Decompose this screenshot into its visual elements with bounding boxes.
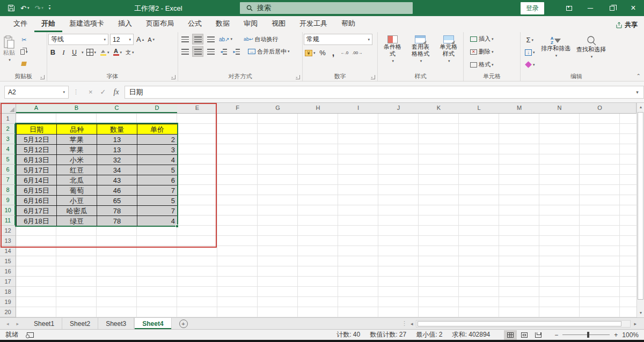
delete-cells-button[interactable]: 删除▾ [469, 47, 495, 57]
cell-C7[interactable]: 43 [97, 175, 137, 185]
cancel-entry-icon[interactable]: × [89, 88, 93, 96]
italic-button[interactable]: I [59, 47, 68, 57]
ribbon-tab-开发工具[interactable]: 开发工具 [292, 16, 334, 32]
cell-A10[interactable]: 6月17日 [16, 205, 57, 216]
column-header-C[interactable]: C [97, 103, 137, 114]
font-dialog-launcher-icon[interactable] [171, 75, 175, 79]
undo-icon[interactable]: ↶▾ [20, 4, 29, 12]
collapse-ribbon-icon[interactable]: ⌃ [636, 73, 641, 79]
cell-A3[interactable]: 5月12日 [16, 134, 57, 145]
row-header-5[interactable]: 5 [0, 154, 16, 165]
comma-style-icon[interactable]: , [329, 48, 338, 58]
sign-in-button[interactable]: 登录 [521, 2, 544, 14]
next-sheet-icon[interactable]: ▸ [17, 321, 19, 326]
page-break-view-button[interactable] [532, 330, 545, 340]
zoom-slider[interactable] [562, 334, 610, 335]
scroll-right-icon[interactable]: ▸ [634, 321, 636, 326]
cell-D6[interactable]: 5 [137, 165, 178, 175]
cell-A6[interactable]: 5月17日 [16, 165, 57, 175]
row-header-15[interactable]: 15 [0, 256, 16, 266]
ribbon-tab-新建选项卡[interactable]: 新建选项卡 [62, 16, 111, 32]
row-header-14[interactable]: 14 [0, 246, 16, 256]
decrease-font-icon[interactable]: A▾ [147, 34, 156, 44]
orientation-icon[interactable]: ab↗▾ [218, 34, 233, 44]
name-box[interactable]: A2▾ [4, 86, 69, 99]
column-header-A[interactable]: A [16, 103, 57, 114]
row-header-8[interactable]: 8 [0, 185, 16, 195]
cell-A5[interactable]: 6月13日 [16, 154, 57, 165]
restore-button[interactable] [601, 0, 623, 16]
sheet-tab-Sheet1[interactable]: Sheet1 [26, 318, 62, 329]
scroll-down-icon[interactable]: ▾ [637, 309, 644, 317]
cell-D5[interactable]: 4 [137, 154, 178, 165]
ribbon-tab-视图[interactable]: 视图 [265, 16, 292, 32]
find-select-button[interactable]: 查找和选择▾ [574, 34, 609, 62]
zoom-out-button[interactable]: − [554, 331, 558, 339]
column-header-J[interactable]: J [378, 103, 419, 114]
phonetic-guide-icon[interactable]: 文▾ [125, 47, 135, 57]
row-header-18[interactable]: 18 [0, 287, 16, 297]
row-header-9[interactable]: 9 [0, 195, 16, 205]
row-header-19[interactable]: 19 [0, 297, 16, 307]
scroll-up-icon[interactable]: ▴ [637, 103, 644, 111]
column-header-B[interactable]: B [56, 103, 97, 114]
cell-styles-button[interactable]: 单元格样式▾ [435, 34, 462, 66]
align-right-icon[interactable] [205, 46, 216, 57]
row-header-10[interactable]: 10 [0, 205, 16, 215]
horizontal-scrollbar[interactable] [416, 320, 631, 328]
column-header-H[interactable]: H [298, 103, 339, 114]
expand-formula-bar-icon[interactable]: ▾ [631, 86, 644, 99]
customize-qat-icon[interactable]: ▾ [49, 5, 51, 11]
align-left-icon[interactable] [179, 46, 191, 57]
cell-C3[interactable]: 13 [97, 134, 137, 145]
cell-D9[interactable]: 5 [137, 195, 178, 206]
cell-B8[interactable]: 葡萄 [56, 185, 97, 196]
clear-icon[interactable]: ▾ [524, 60, 536, 70]
column-header-K[interactable]: K [419, 103, 459, 114]
increase-font-icon[interactable]: A▴ [135, 34, 145, 44]
column-header-E[interactable]: E [177, 103, 218, 114]
cell-D8[interactable]: 7 [137, 185, 178, 196]
cell-C5[interactable]: 32 [97, 154, 137, 165]
cell-C4[interactable]: 13 [97, 144, 137, 155]
increase-decimal-icon[interactable]: ←.0 [340, 48, 350, 58]
format-painter-icon[interactable] [19, 58, 29, 69]
ribbon-tab-插入[interactable]: 插入 [111, 16, 139, 32]
copy-icon[interactable]: ▾ [19, 47, 29, 57]
font-name-select[interactable]: 等线▾ [48, 34, 108, 45]
cell-B10[interactable]: 哈密瓜 [56, 205, 97, 216]
ribbon-tab-审阅[interactable]: 审阅 [237, 16, 265, 32]
sheet-tab-Sheet4[interactable]: Sheet4 [134, 318, 171, 329]
fill-color-icon[interactable]: ▾ [99, 47, 111, 57]
cell-A9[interactable]: 6月16日 [16, 195, 57, 206]
cell-D11[interactable]: 4 [137, 215, 178, 226]
ribbon-tab-数据[interactable]: 数据 [209, 16, 237, 32]
cell-B9[interactable]: 小豆 [56, 195, 97, 206]
row-header-4[interactable]: 4 [0, 144, 16, 154]
align-bottom-icon[interactable] [205, 34, 216, 44]
new-sheet-button[interactable]: + [179, 319, 188, 328]
column-header-partial[interactable] [620, 103, 636, 114]
cell-D7[interactable]: 6 [137, 175, 178, 185]
ribbon-tab-公式[interactable]: 公式 [181, 16, 209, 32]
scrollbar-resize-handle[interactable]: ⋮ [401, 320, 407, 327]
cell-A8[interactable]: 6月15日 [16, 185, 57, 196]
search-input[interactable]: 搜索 [240, 2, 413, 14]
cell-C9[interactable]: 65 [97, 195, 137, 206]
row-header-1[interactable]: 1 [0, 114, 16, 124]
sheet-tab-Sheet2[interactable]: Sheet2 [62, 318, 98, 329]
ribbon-tab-帮助[interactable]: 帮助 [334, 16, 362, 32]
decrease-indent-icon[interactable]: ◂ [218, 46, 229, 57]
cell-D4[interactable]: 3 [137, 144, 178, 155]
horizontal-scroll-thumb[interactable] [418, 321, 621, 326]
align-middle-icon[interactable] [192, 34, 203, 44]
cell-C11[interactable]: 78 [97, 215, 137, 226]
cell-B7[interactable]: 北瓜 [56, 175, 97, 185]
merge-center-button[interactable]: ↔ 合并后居中▾ [247, 47, 291, 57]
row-header-16[interactable]: 16 [0, 266, 16, 277]
cell-D3[interactable]: 2 [137, 134, 178, 145]
vertical-scroll-thumb[interactable] [638, 112, 643, 300]
number-dialog-launcher-icon[interactable] [371, 75, 375, 79]
wrap-text-button[interactable]: ab↩自动换行 [243, 34, 280, 44]
page-layout-view-button[interactable] [518, 330, 531, 340]
